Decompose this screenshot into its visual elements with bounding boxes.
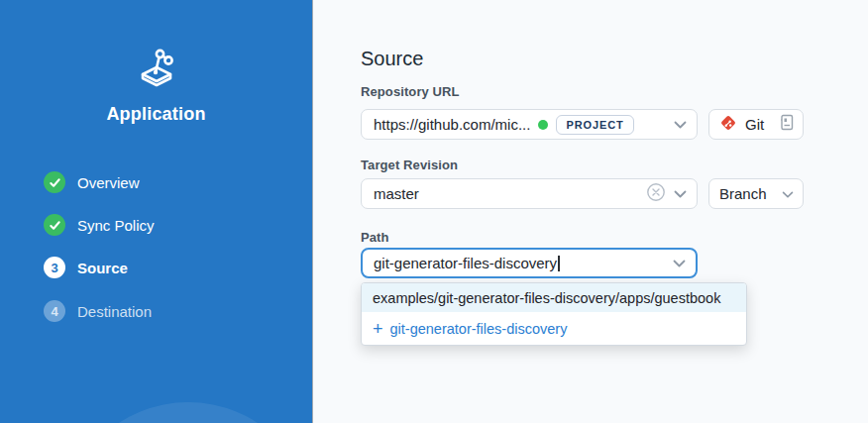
step-label: Source bbox=[77, 260, 128, 276]
path-input[interactable]: git-generator-files-discovery bbox=[361, 248, 698, 278]
revision-type-value: Branch bbox=[719, 185, 767, 202]
path-label: Path bbox=[361, 230, 389, 245]
check-icon bbox=[44, 214, 65, 236]
path-suggestions-dropdown: examples/git-generator-files-discovery/a… bbox=[361, 282, 747, 346]
clear-circle-x-icon[interactable] bbox=[646, 182, 666, 206]
text-cursor bbox=[558, 256, 560, 271]
sidebar-step-destination[interactable]: 4 Destination bbox=[44, 299, 152, 323]
connected-status-dot bbox=[538, 120, 548, 130]
application-deploy-box-icon bbox=[0, 40, 312, 89]
chevron-down-icon[interactable] bbox=[674, 185, 687, 203]
application-wizard-screen: Application Overview Sync Policy 3 Sourc… bbox=[0, 0, 868, 423]
git-logo-icon bbox=[719, 114, 737, 136]
repo-type-select[interactable]: Git bbox=[708, 109, 804, 140]
target-revision-label: Target Revision bbox=[361, 158, 458, 172]
sidebar-step-overview[interactable]: Overview bbox=[44, 170, 140, 194]
step-label: Overview bbox=[77, 174, 140, 191]
repository-url-label: Repository URL bbox=[361, 84, 460, 99]
chevron-down-icon[interactable] bbox=[674, 116, 687, 134]
page-title: Source bbox=[361, 48, 423, 70]
step-number-badge: 3 bbox=[44, 257, 65, 278]
repository-url-value: https://github.com/mic... bbox=[374, 116, 530, 133]
repo-type-value: Git bbox=[745, 116, 764, 133]
sidebar-step-sync-policy[interactable]: Sync Policy bbox=[44, 213, 155, 237]
check-icon bbox=[44, 171, 65, 193]
repo-list-icon bbox=[780, 114, 794, 135]
repository-url-input[interactable]: https://github.com/mic... PROJECT bbox=[361, 109, 698, 140]
sidebar-step-source[interactable]: 3 Source bbox=[44, 256, 128, 279]
step-number-badge: 4 bbox=[44, 300, 65, 322]
chevron-down-icon[interactable] bbox=[673, 255, 686, 272]
chevron-down-icon bbox=[782, 185, 794, 203]
path-add-custom-item[interactable]: + git-generator-files-discovery bbox=[362, 312, 746, 345]
step-label: Sync Policy bbox=[77, 217, 155, 234]
path-add-custom-label: git-generator-files-discovery bbox=[390, 321, 568, 337]
project-badge: PROJECT bbox=[556, 115, 633, 135]
wizard-sidebar: Application Overview Sync Policy 3 Sourc… bbox=[0, 0, 313, 423]
path-value: git-generator-files-discovery bbox=[374, 255, 560, 271]
path-suggestion-item[interactable]: examples/git-generator-files-discovery/a… bbox=[362, 283, 746, 312]
revision-type-select[interactable]: Branch bbox=[708, 178, 804, 209]
sidebar-header: Application bbox=[0, 40, 312, 125]
target-revision-input[interactable]: master bbox=[361, 178, 698, 209]
sidebar-decoration-circle bbox=[61, 402, 313, 423]
plus-icon: + bbox=[373, 320, 383, 338]
step-label: Destination bbox=[77, 303, 152, 320]
target-revision-value: master bbox=[374, 185, 419, 202]
sidebar-title: Application bbox=[0, 104, 312, 125]
